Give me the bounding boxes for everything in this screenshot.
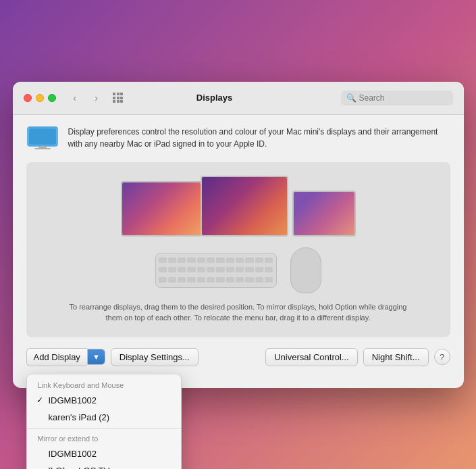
svg-rect-1 bbox=[29, 128, 56, 145]
keyboard-icon bbox=[155, 253, 277, 288]
display-settings-button[interactable]: Display Settings... bbox=[111, 348, 199, 366]
keyboard-mouse-row bbox=[155, 247, 321, 293]
display-thumb-2[interactable] bbox=[201, 176, 288, 237]
info-banner: Display preferences control the resoluti… bbox=[26, 126, 450, 151]
maximize-button[interactable] bbox=[48, 94, 56, 102]
bottom-bar: Add Display ▼ Link Keyboard and Mouse ID… bbox=[26, 348, 450, 377]
search-input[interactable] bbox=[359, 93, 448, 103]
dropdown-divider bbox=[27, 428, 181, 429]
add-display-dropdown-arrow[interactable]: ▼ bbox=[87, 349, 105, 365]
content-area: Display preferences control the resoluti… bbox=[13, 115, 464, 388]
display-icon bbox=[26, 126, 59, 151]
display-thumb-3[interactable] bbox=[292, 191, 356, 237]
display-wallpaper-3 bbox=[294, 192, 354, 235]
back-button[interactable]: ‹ bbox=[67, 90, 83, 106]
display-wallpaper-1 bbox=[122, 182, 201, 235]
svg-rect-3 bbox=[34, 148, 51, 149]
mouse-icon bbox=[290, 247, 321, 293]
titlebar: ‹ › Displays 🔍 bbox=[13, 82, 464, 115]
help-button[interactable]: ? bbox=[434, 349, 450, 365]
night-shift-button[interactable]: Night Shift... bbox=[363, 348, 429, 366]
add-display-button[interactable]: Add Display bbox=[26, 348, 87, 366]
dropdown-item-lg-tv[interactable]: [LG] webOS TV OLED65CX5LB bbox=[27, 462, 181, 470]
dropdown-item-idgmb1002-mirror[interactable]: IDGMB1002 bbox=[27, 445, 181, 462]
mirror-section-label: Mirror or extend to bbox=[27, 432, 181, 445]
dropdown-item-karens-ipad-2-link[interactable]: karen's iPad (2) bbox=[27, 409, 181, 426]
main-window: ‹ › Displays 🔍 Display preferences contr… bbox=[13, 82, 464, 388]
rearrange-hint: To rearrange displays, drag them to the … bbox=[63, 301, 414, 324]
universal-control-button[interactable]: Universal Control... bbox=[265, 348, 358, 366]
search-icon: 🔍 bbox=[346, 93, 356, 103]
add-display-group: Add Display ▼ Link Keyboard and Mouse ID… bbox=[26, 348, 105, 366]
display-wallpaper-2 bbox=[202, 177, 287, 235]
link-section-label: Link Keyboard and Mouse bbox=[27, 378, 181, 392]
display-area: To rearrange displays, drag them to the … bbox=[26, 162, 450, 337]
traffic-lights bbox=[24, 94, 56, 102]
keyboard-keys bbox=[156, 253, 276, 287]
info-text: Display preferences control the resoluti… bbox=[68, 126, 450, 150]
window-title: Displays bbox=[94, 93, 336, 103]
search-box[interactable]: 🔍 bbox=[341, 91, 453, 105]
displays-row bbox=[121, 176, 356, 237]
display-thumb-1[interactable] bbox=[121, 181, 202, 237]
dropdown-item-idgmb1002-link[interactable]: IDGMB1002 bbox=[27, 392, 181, 409]
close-button[interactable] bbox=[24, 94, 32, 102]
minimize-button[interactable] bbox=[36, 94, 44, 102]
add-display-dropdown: Link Keyboard and Mouse IDGMB1002 karen'… bbox=[26, 374, 182, 470]
